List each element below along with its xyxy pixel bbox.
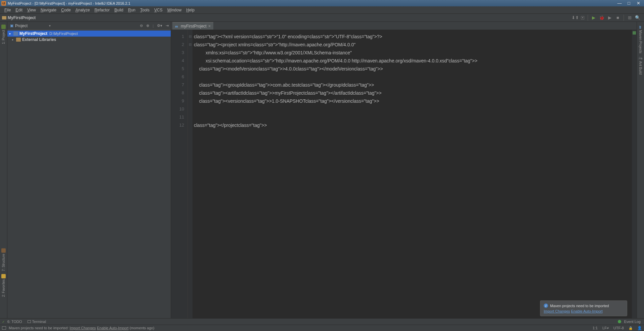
inspection-ok-icon	[633, 31, 636, 35]
breadcrumb-text: MyFirstProject	[8, 15, 36, 20]
project-structure-icon[interactable]: ⊞	[627, 15, 632, 20]
project-tool-icon	[1, 25, 6, 29]
editor-marker-bar[interactable]	[632, 30, 637, 318]
settings-icon[interactable]: ⚙▾	[157, 23, 162, 28]
todo-icon	[2, 320, 6, 324]
tree-node-path: D:\MyFirstProject	[49, 32, 77, 36]
tree-node-label: MyFirstProject	[19, 31, 47, 36]
tree-node-label: External Libraries	[22, 37, 56, 42]
project-tree[interactable]: ▸MyFirstProjectD:\MyFirstProject▸Externa…	[7, 30, 171, 318]
menu-vcs[interactable]: VCS	[152, 7, 165, 13]
maven-tool-icon: m	[639, 25, 643, 29]
tool-window-favorites[interactable]: 2: Favorites	[1, 274, 6, 297]
tree-row[interactable]: ▸External Libraries	[7, 37, 171, 43]
breadcrumb[interactable]: MyFirstProject	[2, 15, 36, 20]
terminal-icon	[28, 320, 31, 323]
stop-icon[interactable]: ■	[615, 15, 620, 20]
run-config-dropdown[interactable]: ▾	[581, 16, 584, 19]
editor-area: m myFirstProject × 123456789101112 ⊟⊟ cl…	[171, 22, 637, 318]
menu-edit[interactable]: Edit	[13, 7, 25, 13]
project-panel-header: ▣ Project ▾ ⊖ ⊕ | ⚙▾ ⇥	[7, 22, 171, 30]
scroll-from-source-icon[interactable]: ⊕	[146, 23, 149, 28]
editor-body[interactable]: 123456789101112 ⊟⊟ class="tag"><?xml ver…	[171, 30, 637, 318]
minimize-button[interactable]: —	[617, 1, 622, 6]
notification-title: Maven projects need to be imported	[550, 304, 609, 308]
code-editor[interactable]: class="tag"><?xml version=class="str">"1…	[193, 30, 632, 318]
tool-window-maven[interactable]: m Maven Projects	[639, 25, 643, 53]
favorites-tool-icon	[1, 274, 6, 278]
enable-auto-import-link[interactable]: Enable Auto-Import	[571, 309, 602, 313]
project-panel: ▣ Project ▾ ⊖ ⊕ | ⚙▾ ⇥ ▸MyFirstProjectD:…	[7, 22, 171, 318]
folder-icon	[2, 16, 6, 19]
import-changes-link[interactable]: Import Changes	[544, 309, 570, 313]
folder-icon	[13, 32, 18, 36]
editor-tabs: m myFirstProject ×	[171, 22, 637, 30]
search-everywhere-icon[interactable]: 🔍	[635, 15, 640, 20]
tool-windows-quick-access-icon[interactable]	[2, 326, 6, 330]
editor-tab-label: myFirstProject	[181, 24, 207, 29]
lib-icon	[16, 38, 21, 42]
tool-window-ant[interactable]: 🐜 Ant Build	[639, 56, 643, 75]
hide-panel-icon[interactable]: ⇥	[166, 23, 169, 28]
window-titlebar: IJ MyFirstProject - [D:\MyFirstProject] …	[0, 0, 644, 6]
status-message: Maven projects need to be imported: Impo…	[9, 326, 154, 330]
bottom-tool-windows: 6: TODO Terminal Event Log	[0, 318, 644, 325]
editor-tab[interactable]: m myFirstProject ×	[172, 22, 213, 30]
status-enable-auto-import-link[interactable]: Enable Auto-Import	[97, 326, 128, 330]
project-view-icon: ▣	[9, 23, 14, 28]
event-log-tool-window[interactable]: Event Log	[618, 320, 641, 324]
read-only-toggle-icon[interactable]	[629, 326, 633, 330]
left-tool-strip: 1: Project 7: Structure 2: Favorites	[0, 22, 7, 318]
build-icon[interactable]: ⬇⬆	[573, 15, 578, 20]
ant-tool-icon: 🐜	[639, 56, 643, 60]
caret-position[interactable]: 1:1	[593, 326, 598, 330]
tree-row[interactable]: ▸MyFirstProjectD:\MyFirstProject	[7, 31, 171, 37]
menu-window[interactable]: Window	[165, 7, 184, 13]
tool-window-structure[interactable]: 7: Structure	[1, 248, 6, 271]
project-view-dropdown[interactable]: ▾	[49, 24, 51, 28]
tool-window-project[interactable]: 1: Project	[1, 25, 6, 44]
close-button[interactable]: ✕	[636, 1, 641, 6]
project-panel-title[interactable]: Project	[15, 23, 49, 28]
app-icon: IJ	[1, 1, 6, 6]
structure-tool-icon	[1, 248, 6, 253]
run-toolbar: ⬇⬆ ▾ ▶ 🐞 ▶ ■ ⊞ 🔍	[573, 15, 642, 21]
menu-refactor[interactable]: Refactor	[92, 7, 112, 13]
status-import-changes-link[interactable]: Import Changes	[70, 326, 96, 330]
event-log-icon	[618, 320, 621, 323]
coverage-icon[interactable]: ▶	[607, 15, 612, 20]
menu-view[interactable]: View	[25, 7, 38, 13]
menu-navigate[interactable]: Navigate	[38, 7, 59, 13]
main-area: 1: Project 7: Structure 2: Favorites ▣ P…	[0, 22, 644, 318]
hector-icon[interactable]: 👤	[637, 326, 642, 330]
debug-icon[interactable]: 🐞	[599, 15, 604, 20]
fold-gutter[interactable]: ⊟⊟	[188, 30, 193, 318]
menu-help[interactable]: Help	[184, 7, 197, 13]
todo-tool-window[interactable]: 6: TODO	[2, 320, 22, 324]
window-title: MyFirstProject - [D:\MyFirstProject] - m…	[8, 1, 617, 5]
close-tab-icon[interactable]: ×	[208, 23, 211, 29]
menu-run[interactable]: Run	[126, 7, 138, 13]
window-controls: — □ ✕	[617, 1, 643, 6]
run-icon[interactable]: ▶	[591, 15, 596, 20]
expand-arrow-icon[interactable]: ▸	[12, 38, 16, 41]
menu-analyze[interactable]: Analyze	[73, 7, 92, 13]
menu-file[interactable]: File	[2, 7, 13, 13]
menubar: FileEditViewNavigateCodeAnalyzeRefactorB…	[0, 6, 644, 14]
right-tool-strip: m Maven Projects 🐜 Ant Build	[637, 22, 644, 318]
expand-arrow-icon[interactable]: ▸	[9, 32, 13, 35]
maximize-button[interactable]: □	[627, 1, 631, 6]
menu-tools[interactable]: Tools	[138, 7, 152, 13]
menu-build[interactable]: Build	[112, 7, 126, 13]
line-number-gutter: 123456789101112	[171, 30, 188, 318]
maven-file-icon: m	[175, 24, 179, 28]
terminal-tool-window[interactable]: Terminal	[28, 320, 46, 324]
status-bar: Maven projects need to be imported: Impo…	[0, 325, 644, 331]
maven-import-notification: i Maven projects need to be imported Imp…	[540, 300, 627, 316]
menu-code[interactable]: Code	[59, 7, 73, 13]
collapse-all-icon[interactable]: ⊖	[140, 23, 143, 28]
line-separator[interactable]: LF≠	[602, 326, 609, 330]
info-icon: i	[544, 303, 548, 308]
navigation-bar: MyFirstProject ⬇⬆ ▾ ▶ 🐞 ▶ ■ ⊞ 🔍	[0, 14, 644, 22]
file-encoding[interactable]: UTF-8	[613, 326, 624, 330]
